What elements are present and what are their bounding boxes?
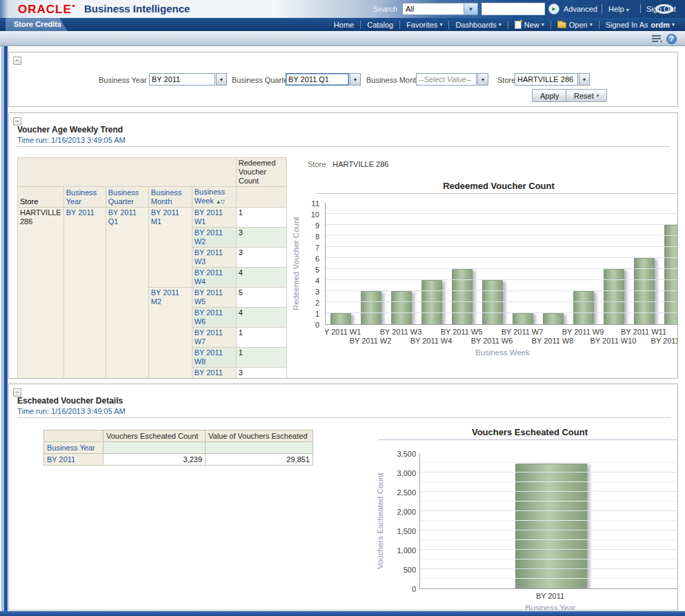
obiee-dashboard: ORACLE Business Intelligence Search All …: [0, 0, 685, 616]
row-header-business-year[interactable]: Business Year: [44, 442, 103, 454]
col-header-escheated-count[interactable]: Vouchers Escheated Count: [103, 430, 206, 442]
x-tick-label: BY 2011 W4: [410, 337, 453, 345]
gridline: [420, 568, 678, 569]
dropdown-icon[interactable]: ▼: [216, 73, 227, 86]
table-cell[interactable]: BY 2011 M1: [148, 208, 192, 288]
bar-BY 2011 W10[interactable]: [604, 269, 624, 324]
col-header-escheated-value[interactable]: Value of Vouchers Escheated: [206, 430, 313, 442]
table-cell: 3: [236, 248, 286, 268]
minor-gridline: [420, 559, 678, 559]
cell-escheated-count: 3,239: [103, 454, 206, 466]
col-header-business-year[interactable]: Business Year: [63, 187, 106, 208]
nav-home[interactable]: Home: [328, 21, 360, 29]
x-tick-label: BY 2011 W1: [325, 328, 361, 336]
nav-open[interactable]: Open▾: [551, 21, 599, 29]
table-cell[interactable]: BY 2011 W6: [192, 308, 236, 328]
bar-BY 2011 W12[interactable]: [664, 225, 678, 324]
product-title: Business Intelligence: [84, 3, 190, 14]
table-cell[interactable]: BY 2011 Q1: [106, 208, 148, 379]
voucher-pivot-table: Redeemed Voucher Count Store Business Ye…: [17, 157, 287, 379]
y-tick-label: 1,500: [397, 527, 416, 535]
sort-icons[interactable]: ▲▽: [216, 199, 224, 205]
table-cell[interactable]: BY 2011 W1: [192, 208, 236, 228]
bar-BY 2011 W4[interactable]: [421, 280, 442, 324]
page-bottom-border: [0, 611, 685, 616]
y-tick-label: 1: [315, 310, 319, 318]
col-header-business-week[interactable]: Business Week ▲▽: [192, 187, 236, 208]
minor-gridline: [420, 501, 678, 501]
gridline: [326, 290, 678, 291]
bar-BY 2011 W1[interactable]: [330, 313, 351, 324]
x-tick-label: BY 2011 W8: [532, 337, 574, 345]
minor-gridline: [420, 520, 678, 521]
gridline: [326, 312, 678, 313]
user-name: ordm: [651, 21, 670, 29]
search-input[interactable]: [482, 3, 545, 15]
dropdown-icon[interactable]: ▼: [579, 73, 590, 86]
cell-business-year[interactable]: BY 2011: [44, 454, 103, 466]
nav-favorites[interactable]: Favorites▾: [400, 21, 448, 29]
search-scope-select[interactable]: All ▼: [402, 3, 478, 15]
dropdown-icon[interactable]: ▼: [350, 73, 361, 86]
business-quarter-select[interactable]: BY 2011 Q1 ▼: [286, 73, 361, 86]
gridline: [420, 530, 678, 530]
escheated-voucher-chart: Vouchers Escheated Count Vouchers Eschea…: [375, 421, 678, 610]
help-menu[interactable]: Help▾: [608, 5, 629, 13]
dropdown-icon[interactable]: ▼: [477, 73, 488, 86]
y-tick-label: 8: [315, 232, 319, 241]
signed-in-as[interactable]: Signed In Asordm▾: [599, 21, 681, 29]
bar-BY 2011 W3[interactable]: [391, 291, 412, 324]
col-header-business-month[interactable]: Business Month: [148, 187, 192, 208]
minor-gridline: [420, 462, 678, 463]
voucher-trend-section: − Voucher Age Weekly Trend Time run: 1/1…: [8, 112, 678, 379]
oracle-logo: ORACLE: [18, 3, 75, 17]
table-cell[interactable]: BY 2011 W4: [192, 268, 236, 288]
bar-BY 2011 W2[interactable]: [361, 291, 381, 324]
store-select[interactable]: HARTVILLE 286 ▼: [515, 73, 590, 86]
tab-store-credits[interactable]: Store Credits: [6, 18, 68, 31]
business-year-select[interactable]: BY 2011 ▼: [149, 73, 227, 86]
section-title: Escheated Voucher Details: [17, 396, 123, 406]
y-axis-title: Vouchers Escheated Count: [376, 453, 384, 589]
bar-BY 2011 W6[interactable]: [482, 280, 503, 324]
table-cell[interactable]: BY 2011 M2: [148, 288, 192, 379]
measure-header[interactable]: Redeemed Voucher Count: [236, 158, 286, 187]
page-options-icon[interactable]: ▾: [652, 35, 662, 42]
gridline: [326, 224, 678, 225]
table-cell[interactable]: BY 2011 W8: [192, 348, 236, 368]
gridline: [420, 549, 678, 550]
nav-new[interactable]: ✦New▾: [508, 21, 550, 29]
bar-BY 2011 W5[interactable]: [452, 269, 473, 324]
collapse-icon[interactable]: −: [13, 57, 21, 65]
nav-catalog[interactable]: Catalog: [361, 21, 399, 29]
y-tick-label: 2: [315, 299, 319, 307]
col-header-store[interactable]: Store: [18, 187, 64, 208]
chevron-down-icon: ▾: [597, 93, 599, 99]
business-quarter-label: Business Quarter: [232, 76, 290, 84]
x-axis-title: Business Year: [419, 604, 678, 610]
business-month-select[interactable]: --Select Value-- ▼: [416, 73, 488, 86]
table-cell[interactable]: BY 2011 W7: [192, 328, 236, 348]
chevron-down-icon: ▾: [590, 21, 593, 28]
bar-BY 2011 W7[interactable]: [513, 313, 533, 324]
col-header-business-quarter[interactable]: Business Quarter: [106, 187, 148, 208]
y-tick-label: 9: [315, 221, 319, 230]
escheat-table: Vouchers Escheated Count Value of Vouche…: [43, 430, 313, 466]
search-go-icon[interactable]: ▶: [548, 3, 559, 14]
table-cell[interactable]: BY 2011 W2: [192, 228, 236, 248]
page-help-icon[interactable]: ?: [666, 34, 677, 44]
table-cell[interactable]: BY 2011 W5: [192, 288, 236, 308]
y-tick-label: 0: [412, 585, 416, 593]
table-cell[interactable]: BY 2011 W9: [192, 368, 236, 379]
advanced-link[interactable]: Advanced: [564, 5, 597, 13]
table-cell[interactable]: BY 2011: [63, 208, 106, 379]
nav-dashboards[interactable]: Dashboards▾: [449, 21, 507, 29]
apply-button[interactable]: Apply: [532, 89, 568, 102]
time-run: Time run: 1/16/2013 3:49:05 AM: [17, 136, 126, 144]
bar-BY 2011 W9[interactable]: [573, 291, 594, 324]
table-cell[interactable]: BY 2011 W3: [192, 248, 236, 268]
reset-button[interactable]: Reset▾: [566, 89, 607, 102]
search-scope-dropdown-icon[interactable]: ▼: [464, 3, 477, 14]
table-cell: 4: [236, 308, 286, 328]
bar-BY 2011 W8[interactable]: [543, 313, 564, 324]
